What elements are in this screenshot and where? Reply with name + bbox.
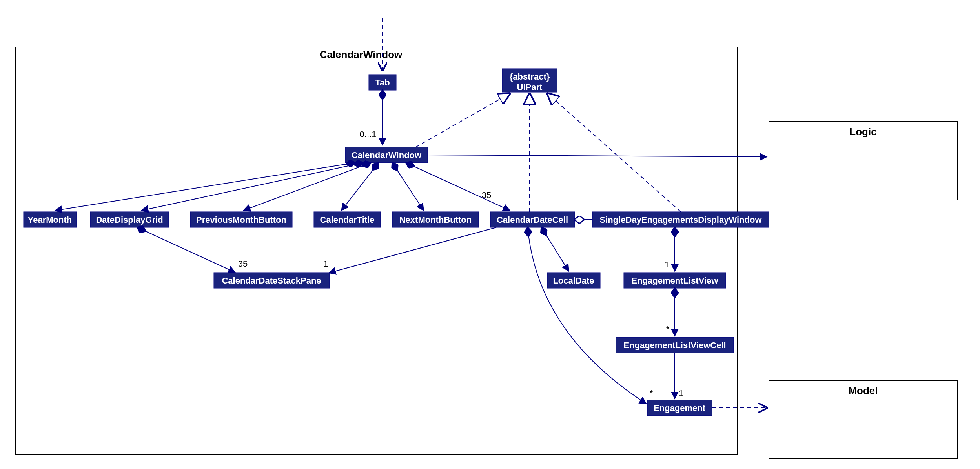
date-display-grid-node: DateDisplayGrid [90, 212, 169, 227]
calendar-date-stack-pane-node: CalendarDateStackPane [214, 273, 330, 288]
svg-text:UiPart: UiPart [517, 82, 543, 92]
frame-title: CalendarWindow [320, 49, 403, 60]
svg-text:PreviousMonthButton: PreviousMonthButton [196, 215, 286, 225]
cw-to-datedisplaygrid [141, 163, 363, 211]
mult-1-a: 1 [323, 259, 328, 269]
engagement-node: Engagement [647, 400, 712, 416]
svg-text:CalendarWindow: CalendarWindow [352, 150, 422, 160]
next-month-button-node: NextMonthButton [392, 212, 479, 227]
cw-to-calendartitle [341, 163, 379, 211]
tab-node: Tab [369, 75, 396, 90]
svg-text:DateDisplayGrid: DateDisplayGrid [96, 215, 163, 225]
svg-text:Tab: Tab [375, 78, 390, 87]
logic-box: Logic [769, 122, 957, 200]
svg-text:LocalDate: LocalDate [553, 276, 594, 285]
svg-text:CalendarDateStackPane: CalendarDateStackPane [222, 276, 321, 285]
single-day-window-node: SingleDayEngagementsDisplayWindow [592, 212, 769, 227]
singleday-realizes-uipart [547, 93, 681, 212]
svg-text:Engagement: Engagement [654, 403, 706, 413]
model-box: Model [769, 380, 957, 459]
cw-to-nextmonth [392, 163, 424, 211]
mult-star-a: * [666, 324, 670, 334]
svg-text:CalendarDateCell: CalendarDateCell [497, 215, 568, 225]
svg-text:CalendarTitle: CalendarTitle [320, 215, 375, 225]
svg-text:YearMonth: YearMonth [28, 215, 72, 225]
mult-35-b: 35 [238, 259, 248, 269]
previous-month-button-node: PreviousMonthButton [190, 212, 292, 227]
calendarwindow-to-logic [428, 155, 767, 157]
cw-to-yearmonth [55, 163, 355, 211]
cdc-to-localdate [541, 227, 569, 271]
logic-label: Logic [849, 126, 876, 138]
calendarwindow-realizes-uipart [416, 93, 510, 147]
uml-diagram: CalendarWindow Logic Model Tab {abstract… [0, 0, 980, 469]
model-label: Model [848, 385, 878, 396]
ddg-to-stackpane [137, 227, 235, 273]
calendar-title-node: CalendarTitle [314, 212, 381, 227]
svg-text:EngagementListViewCell: EngagementListViewCell [623, 340, 726, 350]
svg-text:{abstract}: {abstract} [510, 72, 550, 82]
engagement-list-view-cell-node: EngagementListViewCell [616, 337, 734, 353]
mult-1-c: 1 [679, 388, 683, 398]
local-date-node: LocalDate [547, 273, 600, 288]
calendar-date-cell-node: CalendarDateCell [490, 212, 575, 227]
mult-1-b: 1 [665, 260, 669, 269]
cdc-to-engagement [528, 227, 647, 404]
uipart-node: {abstract} UiPart [502, 69, 557, 92]
cdc-to-stackpane [329, 227, 496, 273]
cw-to-calendardatecell [406, 163, 510, 211]
calendar-window-frame [16, 47, 738, 455]
cw-to-prevmonth [243, 163, 371, 211]
svg-text:EngagementListView: EngagementListView [632, 276, 719, 285]
engagement-list-view-node: EngagementListView [624, 273, 726, 288]
year-month-node: YearMonth [24, 212, 77, 227]
svg-text:NextMonthButton: NextMonthButton [399, 215, 472, 225]
mult-star-b: * [650, 388, 653, 398]
calendar-window-node: CalendarWindow [345, 147, 428, 163]
mult-0-1: 0...1 [360, 129, 377, 139]
svg-text:SingleDayEngagementsDisplayWin: SingleDayEngagementsDisplayWindow [600, 215, 762, 225]
mult-35-a: 35 [482, 190, 491, 200]
